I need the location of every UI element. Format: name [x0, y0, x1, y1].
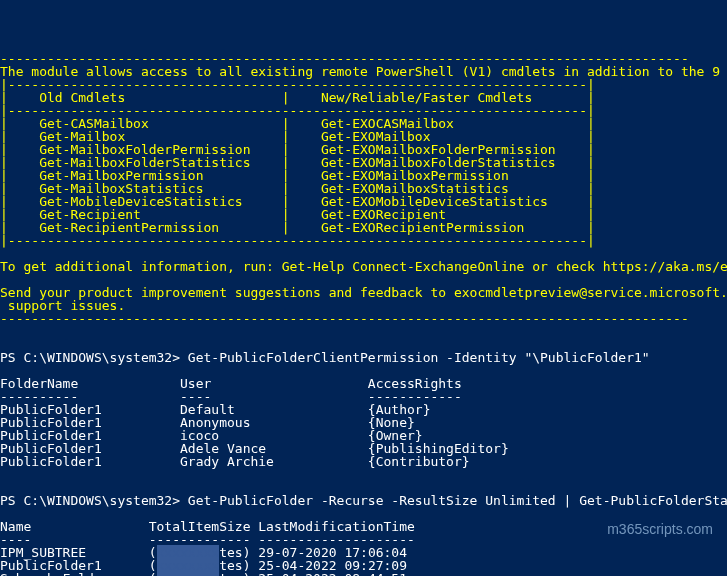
output1-row-grady-archie: PublicFolder1 Grady Archie {Contributor}: [0, 454, 470, 469]
output2-row-sub-pub-folder: Sub pub Folder (xxxxxxxxtes) 25-04-2022 …: [0, 571, 407, 576]
prompt-2[interactable]: PS C:\WINDOWS\system32> Get-PublicFolder…: [0, 493, 727, 508]
ps-prefix: PS C:\WINDOWS\system32>: [0, 493, 188, 508]
watermark-text: m365scripts.com: [607, 523, 713, 536]
ps-prefix: PS C:\WINDOWS\system32>: [0, 350, 188, 365]
command-get-publicfolder-stats: Get-PublicFolder -Recurse -ResultSize Un…: [188, 493, 727, 508]
help-text: To get additional information, run: Get-…: [0, 259, 727, 274]
command-get-publicfolderclientpermission: Get-PublicFolderClientPermission -Identi…: [188, 350, 650, 365]
redacted-size: xxxxxxxx: [157, 571, 220, 576]
prompt-1[interactable]: PS C:\WINDOWS\system32> Get-PublicFolder…: [0, 350, 650, 365]
banner-dashes-bottom: ----------------------------------------…: [0, 311, 689, 326]
cmdlet-table-bottom: |---------------------------------------…: [0, 233, 595, 248]
